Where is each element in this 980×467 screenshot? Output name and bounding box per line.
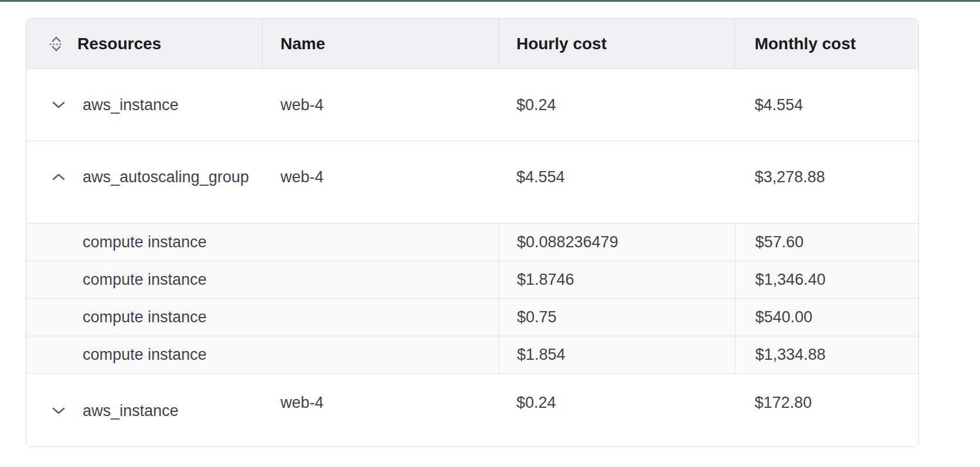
resource-label: compute instance (83, 233, 207, 251)
name-cell (263, 336, 499, 373)
resource-cell: compute instance (26, 299, 263, 336)
name-cell: web-4 (263, 141, 498, 213)
monthly-cost-cell: $1,346.40 (735, 261, 918, 298)
resource-label: aws_autoscaling_group (83, 168, 249, 186)
hourly-cost-cell: $1.854 (499, 336, 735, 373)
table-subrow: compute instance$1.8746$1,346.40 (26, 261, 918, 299)
monthly-cost-cell: $57.60 (735, 224, 918, 261)
table-row[interactable]: aws_instanceweb-4$0.24$172.80 (26, 374, 918, 447)
name-cell: web-4 (263, 374, 498, 447)
column-header-resources: Resources (26, 19, 263, 69)
column-header-label: Hourly cost (516, 35, 607, 53)
monthly-cost-cell: $3,278.88 (735, 141, 918, 213)
column-header-monthly-cost: Monthly cost (735, 19, 918, 69)
monthly-cost-cell-label: $172.80 (754, 394, 812, 412)
cost-table: Resources Name Hourly cost Monthly cost … (26, 18, 919, 447)
table-row[interactable]: aws_instanceweb-4$0.24$4.554 (26, 69, 918, 141)
column-header-label: Resources (77, 35, 161, 53)
monthly-cost-cell: $1,334.88 (735, 336, 918, 373)
monthly-cost-cell-label: $57.60 (755, 233, 804, 251)
monthly-cost-cell-label: $3,278.88 (754, 168, 825, 186)
hourly-cost-cell: $0.088236479 (499, 224, 735, 261)
name-cell (263, 261, 499, 298)
resource-cell: aws_instance (26, 374, 263, 447)
monthly-cost-cell-label: $1,334.88 (755, 346, 825, 364)
hourly-cost-cell: $0.75 (499, 299, 735, 336)
hourly-cost-cell-label: $1.8746 (517, 271, 574, 289)
resource-cell: compute instance (26, 336, 263, 373)
hourly-cost-cell: $4.554 (499, 141, 735, 213)
hourly-cost-cell-label: $0.75 (517, 308, 557, 326)
monthly-cost-cell-label: $4.554 (754, 96, 803, 114)
name-cell-label: web-4 (280, 394, 324, 412)
table-subrow: compute instance$1.854$1,334.88 (26, 336, 918, 374)
resource-label: compute instance (83, 308, 207, 326)
resource-label: aws_instance (83, 96, 179, 114)
resource-cell: compute instance (26, 224, 263, 261)
hourly-cost-cell-label: $0.088236479 (517, 233, 618, 251)
name-cell (263, 299, 499, 336)
name-cell: web-4 (263, 69, 498, 141)
column-header-label: Monthly cost (754, 35, 856, 53)
monthly-cost-cell-label: $540.00 (755, 308, 812, 326)
resource-label: compute instance (83, 271, 207, 289)
table-subrow: compute instance$0.088236479$57.60 (26, 224, 918, 261)
monthly-cost-cell: $172.80 (735, 374, 918, 447)
column-header-name: Name (263, 19, 498, 69)
column-header-hourly-cost: Hourly cost (499, 19, 735, 69)
top-accent-bar (0, 0, 980, 2)
column-header-label: Name (280, 35, 325, 53)
monthly-cost-cell: $540.00 (735, 299, 918, 336)
chevron-down-icon[interactable] (52, 407, 65, 414)
monthly-cost-cell: $4.554 (735, 69, 918, 141)
hourly-cost-cell: $1.8746 (499, 261, 735, 298)
hourly-cost-cell: $0.24 (499, 69, 735, 141)
hourly-cost-cell: $0.24 (499, 374, 735, 447)
hourly-cost-cell-label: $0.24 (516, 394, 556, 412)
expand-collapse-all-icon[interactable] (49, 35, 64, 53)
resource-cell: aws_autoscaling_group (26, 141, 263, 213)
hourly-cost-cell-label: $4.554 (516, 168, 565, 186)
table-body: aws_instanceweb-4$0.24$4.554aws_autoscal… (26, 69, 918, 447)
name-cell-label: web-4 (280, 96, 324, 114)
name-cell (263, 224, 499, 261)
resource-cell: aws_instance (26, 69, 263, 141)
resource-label: aws_instance (83, 402, 179, 420)
table-header-row: Resources Name Hourly cost Monthly cost (26, 19, 918, 69)
chevron-up-icon[interactable] (52, 173, 65, 180)
monthly-cost-cell-label: $1,346.40 (755, 271, 825, 289)
hourly-cost-cell-label: $1.854 (517, 346, 566, 364)
chevron-down-icon[interactable] (52, 101, 65, 108)
hourly-cost-cell-label: $0.24 (516, 96, 556, 114)
resource-label: compute instance (83, 346, 207, 364)
table-row[interactable]: aws_autoscaling_groupweb-4$4.554$3,278.8… (26, 141, 918, 224)
name-cell-label: web-4 (280, 168, 324, 186)
table-subrow: compute instance$0.75$540.00 (26, 299, 918, 336)
resource-cell: compute instance (26, 261, 263, 298)
